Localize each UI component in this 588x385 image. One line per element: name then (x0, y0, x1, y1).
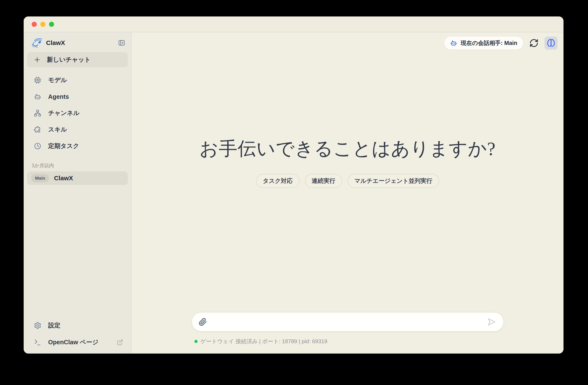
app-window: ClawX 新しいチャット (24, 17, 564, 354)
suggestion-pills: タスク対応 連続実行 マルチエージェント並列実行 (132, 174, 564, 188)
status-text: ゲートウェイ 接続済み | ポート: 18789 | pid: 69319 (200, 338, 327, 345)
close-button[interactable] (32, 22, 37, 27)
bot-icon (450, 40, 457, 47)
suggestion-continuous-run[interactable]: 連続実行 (305, 174, 342, 188)
current-partner-pill[interactable]: 現在の会話相手: Main (444, 36, 523, 50)
sidebar: ClawX 新しいチャット (24, 32, 132, 354)
gateway-status: ゲートウェイ 接続済み | ポート: 18789 | pid: 69319 (192, 338, 503, 345)
refresh-icon (529, 45, 539, 48)
attach-button[interactable] (199, 318, 207, 326)
refresh-button[interactable] (529, 39, 539, 48)
message-input[interactable] (212, 318, 482, 325)
window-content: ClawX 新しいチャット (24, 32, 564, 354)
terminal-icon (34, 339, 42, 346)
send-button[interactable] (486, 317, 497, 327)
minimize-button[interactable] (40, 22, 45, 27)
sidebar-collapse-button[interactable] (118, 39, 125, 46)
sidebar-footer: 設定 OpenClaw ページ (27, 318, 128, 354)
external-link-icon (117, 339, 123, 345)
chip-icon (34, 76, 42, 84)
agent-badge: Main (31, 174, 49, 182)
suggestion-task-support[interactable]: タスク対応 (256, 174, 299, 188)
app-title: ClawX (46, 39, 65, 46)
sidebar-item-models[interactable]: モデル (27, 72, 128, 88)
new-chat-label: 新しいチャット (47, 56, 91, 64)
sidebar-nav: モデル Agents (27, 72, 128, 154)
sidebar-item-label: 定期タスク (48, 142, 79, 150)
status-dot-icon (194, 340, 197, 343)
plus-icon (34, 56, 41, 63)
sidebar-item-openclaw-page[interactable]: OpenClaw ページ (27, 335, 128, 350)
chat-title: ClawX (54, 175, 73, 182)
hero-title: お手伝いできることはありますか? (132, 136, 564, 161)
sidebar-item-label: OpenClaw ページ (48, 338, 98, 346)
brain-button[interactable] (545, 37, 558, 50)
sidebar-item-label: Agents (48, 93, 69, 100)
titlebar (24, 17, 564, 32)
sidebar-item-label: モデル (48, 76, 67, 84)
sidebar-item-label: 設定 (48, 321, 60, 330)
panel-collapse-icon (118, 44, 125, 47)
sidebar-item-channels[interactable]: チャンネル (27, 105, 128, 121)
sidebar-item-settings[interactable]: 設定 (27, 318, 128, 333)
sidebar-header: ClawX (27, 32, 128, 52)
sidebar-item-label: スキル (48, 125, 67, 134)
sidebar-item-skills[interactable]: スキル (27, 121, 128, 138)
sitemap-icon (34, 109, 42, 117)
bot-icon (34, 93, 42, 101)
suggestion-multi-agent[interactable]: マルチエージェント並列実行 (348, 174, 439, 188)
brain-icon (547, 39, 555, 48)
zoom-button[interactable] (49, 22, 54, 27)
traffic-lights (32, 22, 54, 27)
new-chat-button[interactable]: 新しいチャット (27, 52, 128, 67)
puzzle-icon (34, 126, 42, 133)
sidebar-item-agents[interactable]: Agents (27, 88, 128, 105)
history-section-label: 1か月以内 (32, 162, 128, 169)
clock-icon (34, 142, 42, 150)
chat-history-item[interactable]: Main ClawX (27, 171, 128, 185)
header-controls: 現在の会話相手: Main (444, 36, 558, 50)
current-partner-label: 現在の会話相手: Main (461, 39, 517, 47)
sidebar-item-label: チャンネル (48, 109, 79, 117)
paperclip-icon (199, 324, 207, 327)
send-icon (486, 324, 497, 328)
hero: お手伝いできることはありますか? タスク対応 連続実行 マルチエージェント並列実… (132, 136, 564, 188)
sidebar-item-scheduled-tasks[interactable]: 定期タスク (27, 138, 128, 154)
composer (192, 313, 503, 331)
clawx-logo-icon (31, 38, 43, 48)
main-area: 現在の会話相手: Main (132, 32, 564, 354)
gear-icon (34, 322, 42, 329)
